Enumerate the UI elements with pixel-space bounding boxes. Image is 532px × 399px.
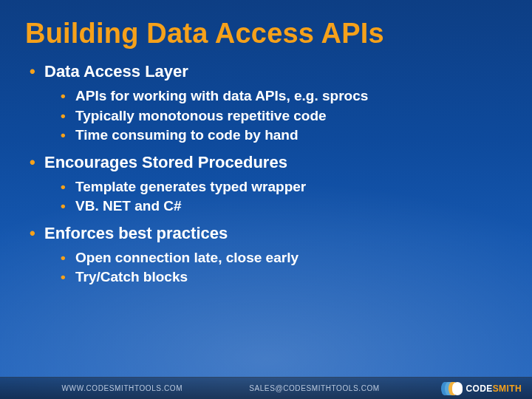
list-item-label: Data Access Layer (44, 62, 188, 81)
sub-list: Open connection late, close early Try/Ca… (59, 248, 507, 287)
list-item-label: Encourages Stored Procedures (44, 153, 287, 171)
list-item-label: Enforces best practices (44, 224, 228, 242)
sub-list-item: Time consuming to code by hand (59, 126, 507, 144)
footer: WWW.CODESMITHTOOLS.COM SALES@CODESMITHTO… (0, 377, 532, 399)
bullet-list: Data Access Layer APIs for working with … (25, 61, 507, 287)
slide-title: Building Data Access APIs (25, 18, 507, 50)
logo-icon (441, 382, 463, 395)
sub-list-item: Typically monotonous repetitive code (59, 106, 507, 125)
list-item: Enforces best practices Open connection … (28, 223, 507, 287)
footer-url: WWW.CODESMITHTOOLS.COM (62, 384, 183, 392)
list-item: Encourages Stored Procedures Template ge… (28, 152, 507, 216)
sub-list-item: Template generates typed wrapper (59, 177, 507, 196)
footer-email: SALES@CODESMITHTOOLS.COM (249, 384, 380, 392)
sub-list-item: Try/Catch blocks (59, 267, 507, 286)
sub-list-item: Open connection late, close early (59, 248, 507, 267)
logo-text: CODESMITH (466, 383, 522, 394)
footer-center: WWW.CODESMITHTOOLS.COM SALES@CODESMITHTO… (0, 384, 441, 392)
slide: Building Data Access APIs Data Access La… (0, 0, 532, 287)
logo-text-a: CODE (466, 383, 492, 394)
logo: CODESMITH (441, 382, 522, 395)
logo-text-b: SMITH (493, 383, 522, 394)
sub-list-item: APIs for working with data APIs, e.g. sp… (59, 86, 507, 105)
list-item: Data Access Layer APIs for working with … (28, 61, 507, 145)
sub-list: APIs for working with data APIs, e.g. sp… (59, 86, 507, 144)
sub-list-item: VB. NET and C# (59, 197, 507, 215)
sub-list: Template generates typed wrapper VB. NET… (59, 177, 507, 216)
